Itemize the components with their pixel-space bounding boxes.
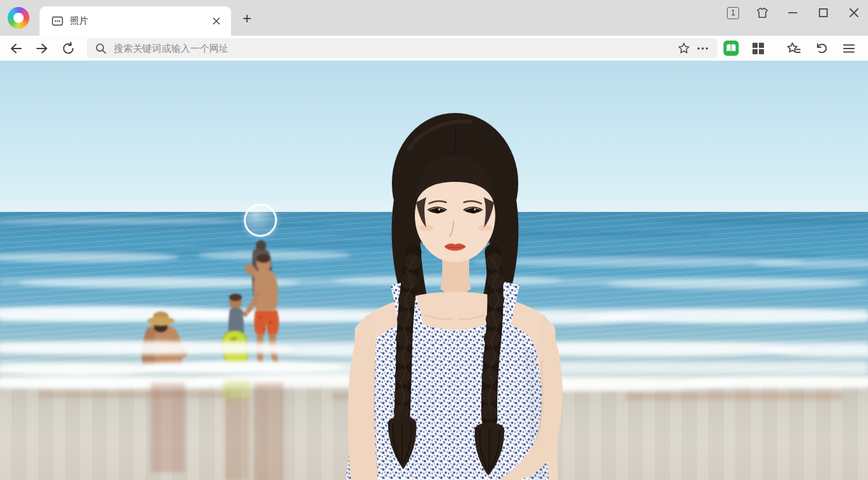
titlebar-right-controls: 1 [727,0,862,26]
nav-buttons [5,39,79,58]
tab-count-badge[interactable]: 1 [727,7,739,19]
tab-photos[interactable]: 照片 [40,6,231,36]
back-button[interactable] [5,39,27,58]
tab-close-icon[interactable] [209,14,223,28]
browser-logo-icon[interactable] [8,7,29,29]
bookmark-star-icon[interactable] [674,40,693,57]
theme-skin-icon[interactable] [754,5,770,20]
maximize-button[interactable] [816,5,831,20]
tab-title: 照片 [70,15,209,27]
titlebar: 照片 + 1 [0,0,868,36]
forward-button[interactable] [31,39,53,58]
highlight-circle [244,204,277,237]
photo-viewport [0,61,868,480]
page-favicon-icon [51,15,64,27]
close-window-button[interactable] [846,5,862,20]
address-more-icon[interactable] [693,40,712,57]
girl-portrait [346,113,563,480]
extension-icons [722,40,767,57]
browser-action-icons [786,40,857,57]
reading-extension-icon[interactable] [722,40,739,57]
favorites-list-icon[interactable] [786,40,802,57]
search-icon [94,42,107,55]
toolbar [0,36,868,61]
apps-grid-icon[interactable] [750,40,767,57]
minimize-button[interactable] [785,5,800,20]
undo-recently-closed-icon[interactable] [813,40,830,57]
address-bar[interactable] [87,38,717,58]
address-input[interactable] [114,43,674,54]
photo-scene [0,61,868,480]
new-tab-button[interactable]: + [237,9,257,28]
reload-button[interactable] [57,39,79,58]
menu-icon[interactable] [841,40,857,57]
browser-window: 照片 + 1 [0,0,868,480]
